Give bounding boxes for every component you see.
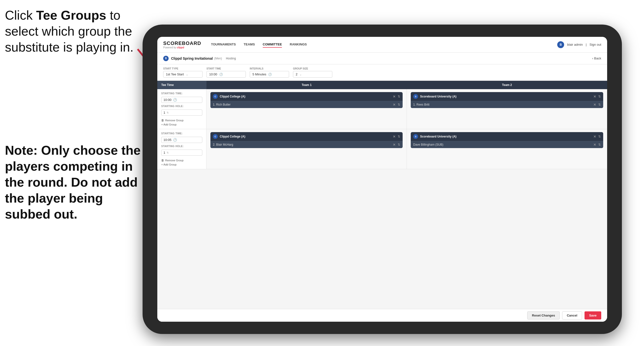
player-row-1-2: 2. Blair McHarg ✕ ⇅ bbox=[210, 141, 402, 148]
starting-time-input-2[interactable]: 10:05 🕐 bbox=[161, 137, 202, 143]
reset-changes-button[interactable]: Reset Changes bbox=[527, 311, 560, 320]
start-time-clock-icon: 🕐 bbox=[219, 73, 223, 76]
add-group-btn-2[interactable]: + Add Group bbox=[161, 163, 202, 166]
group-size-input[interactable]: 2 ⌄ bbox=[293, 71, 332, 78]
player-arrows-1-2[interactable]: ⇅ bbox=[398, 143, 400, 146]
starting-hole-input-1[interactable]: 1 ⇅ bbox=[161, 109, 202, 116]
subheader-badge: B bbox=[163, 56, 168, 61]
group-row-2: STARTING TIME: 10:05 🕐 STARTING HOLE: 1 … bbox=[157, 129, 607, 169]
table-col-team1: Team 1 bbox=[206, 81, 407, 89]
time-icon-1: 🕐 bbox=[173, 98, 177, 102]
nav-teams[interactable]: TEAMS bbox=[244, 41, 255, 48]
groups-area: STARTING TIME: 10:00 🕐 STARTING HOLE: 1 … bbox=[157, 89, 607, 309]
table-col-team2: Team 2 bbox=[407, 81, 607, 89]
intervals-input[interactable]: 5 Minutes 🕐 bbox=[250, 71, 289, 78]
player-name-2-1: 1. Rees Britt bbox=[413, 103, 592, 106]
team2-header-2: S Scoreboard University (A) ✕ ⇅ bbox=[411, 132, 603, 141]
team2-slot-2: S Scoreboard University (A) ✕ ⇅ Dave Bil… bbox=[407, 129, 607, 169]
instruction-bottom: Note: Only choose the players competing … bbox=[5, 142, 142, 222]
subheader-tag: (Men) bbox=[214, 57, 222, 60]
group-size-group: Group Size 2 ⌄ bbox=[293, 67, 332, 78]
starting-hole-label-1: STARTING HOLE: bbox=[161, 105, 202, 108]
player-arrows-2-1[interactable]: ⇅ bbox=[598, 103, 601, 106]
team1-remove-2[interactable]: ✕ bbox=[393, 135, 396, 138]
team1-actions-2: ✕ ⇅ bbox=[393, 135, 400, 138]
navbar: SCOREBOARD Powered by clippd TOURNAMENTS… bbox=[157, 37, 607, 52]
content-area: Start Type 1st Tee Start ⌄ Start Time 10… bbox=[157, 64, 607, 322]
team2-remove-1[interactable]: ✕ bbox=[593, 94, 596, 98]
save-button[interactable]: Save bbox=[584, 311, 601, 320]
team1-badge-2: C bbox=[213, 134, 218, 139]
subheader-title: Clippd Spring Invitational bbox=[171, 56, 213, 60]
nav-signout[interactable]: Sign out bbox=[590, 43, 601, 46]
nav-right: B blair admin | Sign out bbox=[557, 41, 601, 48]
time-icon-2: 🕐 bbox=[173, 138, 177, 142]
team1-actions-1: ✕ ⇅ bbox=[393, 94, 400, 98]
team1-name-1: Clippd College (A) bbox=[220, 95, 391, 98]
team2-remove-2[interactable]: ✕ bbox=[593, 135, 596, 138]
nav-separator: | bbox=[586, 43, 586, 46]
starting-time-label-1: STARTING TIME: bbox=[161, 92, 202, 95]
team1-remove-1[interactable]: ✕ bbox=[393, 94, 396, 98]
trash-icon-2: 🗑 bbox=[161, 159, 164, 162]
starting-time-input-1[interactable]: 10:00 🕐 bbox=[161, 97, 202, 103]
player-remove-2-1[interactable]: ✕ bbox=[593, 103, 596, 107]
start-time-input[interactable]: 10:00 🕐 bbox=[206, 71, 246, 78]
team1-arrows-2[interactable]: ⇅ bbox=[398, 135, 400, 138]
player-remove-1-2[interactable]: ✕ bbox=[393, 143, 396, 147]
start-time-label: Start Time bbox=[206, 67, 246, 70]
player-arrows-2-2[interactable]: ⇅ bbox=[598, 143, 601, 146]
group-row-1: STARTING TIME: 10:00 🕐 STARTING HOLE: 1 … bbox=[157, 89, 607, 129]
team2-card-1[interactable]: S Scoreboard University (A) ✕ ⇅ 1. Rees … bbox=[411, 92, 603, 108]
player-row-2-2: Dave Billingham (SUB) ✕ ⇅ bbox=[411, 141, 603, 148]
team1-card-1[interactable]: C Clippd College (A) ✕ ⇅ 1. Rich Butler … bbox=[210, 92, 402, 108]
player-remove-2-2[interactable]: ✕ bbox=[593, 143, 596, 147]
team2-actions-2: ✕ ⇅ bbox=[593, 135, 601, 138]
tee-actions-2: 🗑 Remove Group + Add Group bbox=[161, 159, 202, 166]
table-col-tee-time: Tee Time bbox=[157, 81, 206, 89]
team2-card-2[interactable]: S Scoreboard University (A) ✕ ⇅ Dave Bil… bbox=[411, 132, 603, 148]
tablet-frame: SCOREBOARD Powered by clippd TOURNAMENTS… bbox=[142, 24, 622, 334]
starting-time-label-2: STARTING TIME: bbox=[161, 132, 202, 135]
intervals-clock-icon: 🕐 bbox=[268, 73, 272, 76]
player-remove-1-1[interactable]: ✕ bbox=[393, 103, 396, 107]
nav-committee[interactable]: COMMITTEE bbox=[263, 41, 282, 48]
team2-badge-2: S bbox=[413, 134, 418, 139]
intervals-label: Intervals bbox=[250, 67, 289, 70]
nav-rankings[interactable]: RANKINGS bbox=[290, 41, 307, 48]
tee-actions-1: 🗑 Remove Group + Add Group bbox=[161, 119, 202, 126]
starting-hole-input-2[interactable]: 1 ⇅ bbox=[161, 150, 202, 156]
logo-powered: Powered by clippd bbox=[163, 46, 201, 49]
intervals-group: Intervals 5 Minutes 🕐 bbox=[250, 67, 289, 78]
group-size-chevron: ⌄ bbox=[300, 73, 302, 76]
hole-arrows-2: ⇅ bbox=[167, 151, 168, 154]
player-name-1-2: 2. Blair McHarg bbox=[213, 143, 391, 146]
player-name-2-2: Dave Billingham (SUB) bbox=[413, 143, 592, 146]
team2-arrows-1[interactable]: ⇅ bbox=[598, 95, 601, 98]
subheader-hosting: Hosting bbox=[226, 57, 236, 60]
player-name-1-1: 1. Rich Butler bbox=[213, 103, 391, 106]
team2-header-1: S Scoreboard University (A) ✕ ⇅ bbox=[411, 92, 603, 101]
team1-card-2[interactable]: C Clippd College (A) ✕ ⇅ 2. Blair McHarg… bbox=[210, 132, 402, 148]
settings-row: Start Type 1st Tee Start ⌄ Start Time 10… bbox=[157, 64, 607, 81]
start-type-label: Start Type bbox=[163, 67, 202, 70]
add-group-btn-1[interactable]: + Add Group bbox=[161, 123, 202, 126]
tablet-screen: SCOREBOARD Powered by clippd TOURNAMENTS… bbox=[157, 37, 607, 322]
remove-group-btn-2[interactable]: 🗑 Remove Group bbox=[161, 159, 202, 162]
nav-tournaments[interactable]: TOURNAMENTS bbox=[211, 41, 236, 48]
nav-username: blair admin bbox=[567, 43, 583, 46]
team1-name-2: Clippd College (A) bbox=[220, 135, 391, 138]
logo-scoreboard: SCOREBOARD bbox=[163, 40, 201, 46]
player-arrows-1-1[interactable]: ⇅ bbox=[398, 103, 400, 106]
subheader-back[interactable]: ‹ Back bbox=[592, 56, 601, 60]
remove-group-btn-1[interactable]: 🗑 Remove Group bbox=[161, 119, 202, 122]
team1-arrows-1[interactable]: ⇅ bbox=[398, 95, 400, 98]
start-type-input[interactable]: 1st Tee Start ⌄ bbox=[163, 71, 202, 78]
player-row-1-1: 1. Rich Butler ✕ ⇅ bbox=[210, 101, 402, 108]
team1-slot-2: C Clippd College (A) ✕ ⇅ 2. Blair McHarg… bbox=[206, 129, 407, 169]
player-row-2-1: 1. Rees Britt ✕ ⇅ bbox=[411, 101, 603, 108]
cancel-button[interactable]: Cancel bbox=[562, 311, 582, 320]
team2-arrows-2[interactable]: ⇅ bbox=[598, 135, 601, 138]
start-time-group: Start Time 10:00 🕐 bbox=[206, 67, 246, 78]
starting-hole-label-2: STARTING HOLE: bbox=[161, 145, 202, 148]
